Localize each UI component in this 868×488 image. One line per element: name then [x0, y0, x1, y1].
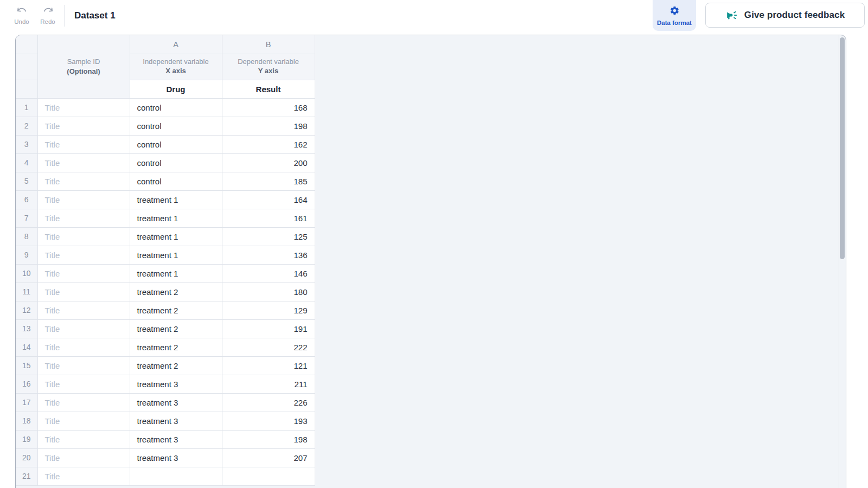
sample-id-cell[interactable]: Title — [37, 448, 130, 467]
drug-cell[interactable]: treatment 2 — [130, 338, 222, 356]
result-cell[interactable]: 193 — [222, 412, 315, 430]
result-cell[interactable]: 180 — [222, 282, 315, 301]
table-row: 10Titletreatment 1146 — [16, 264, 315, 282]
drug-cell[interactable]: treatment 3 — [130, 430, 222, 448]
sample-id-cell[interactable]: Title — [37, 246, 130, 264]
row-number[interactable]: 13 — [16, 319, 37, 338]
drug-cell[interactable]: treatment 1 — [130, 264, 222, 282]
sample-id-cell[interactable]: Title — [37, 209, 130, 227]
result-cell[interactable]: 191 — [222, 319, 315, 338]
sample-id-cell[interactable]: Title — [37, 430, 130, 448]
result-cell[interactable]: 198 — [222, 117, 315, 135]
sample-id-cell[interactable]: Title — [37, 264, 130, 282]
row-number[interactable]: 17 — [16, 393, 37, 412]
result-cell[interactable]: 125 — [222, 227, 315, 246]
undo-button[interactable]: Undo — [11, 4, 33, 29]
result-cell[interactable]: 226 — [222, 393, 315, 412]
row-number[interactable]: 9 — [16, 246, 37, 264]
sample-id-cell[interactable]: Title — [37, 135, 130, 153]
drug-cell[interactable]: treatment 1 — [130, 246, 222, 264]
row-number[interactable]: 21 — [16, 467, 37, 485]
row-number[interactable]: 19 — [16, 430, 37, 448]
drug-cell[interactable]: control — [130, 98, 222, 117]
sample-id-cell[interactable]: Title — [37, 190, 130, 209]
drug-cell[interactable]: treatment 3 — [130, 393, 222, 412]
sample-id-cell[interactable]: Title — [37, 412, 130, 430]
result-cell[interactable]: 161 — [222, 209, 315, 227]
scrollbar-thumb[interactable] — [840, 37, 845, 259]
drug-cell[interactable]: treatment 2 — [130, 356, 222, 375]
sample-id-cell[interactable]: Title — [37, 375, 130, 393]
result-cell[interactable]: 222 — [222, 338, 315, 356]
row-number[interactable]: 10 — [16, 264, 37, 282]
sample-id-cell[interactable]: Title — [37, 467, 130, 485]
column-header-b[interactable]: B — [222, 35, 315, 54]
result-cell[interactable] — [222, 467, 315, 485]
sample-id-cell[interactable]: Title — [37, 282, 130, 301]
row-number[interactable]: 14 — [16, 338, 37, 356]
row-number[interactable]: 12 — [16, 301, 37, 319]
drug-cell[interactable]: treatment 1 — [130, 209, 222, 227]
drug-cell[interactable]: treatment 1 — [130, 227, 222, 246]
sample-id-cell[interactable]: Title — [37, 227, 130, 246]
row-number[interactable]: 3 — [16, 135, 37, 153]
result-cell[interactable]: 136 — [222, 246, 315, 264]
row-number[interactable]: 15 — [16, 356, 37, 375]
drug-cell[interactable]: control — [130, 135, 222, 153]
column-header-a[interactable]: A — [130, 35, 222, 54]
drug-cell[interactable]: treatment 3 — [130, 448, 222, 467]
result-cell[interactable]: 121 — [222, 356, 315, 375]
drug-cell[interactable]: treatment 2 — [130, 319, 222, 338]
sample-id-cell[interactable]: Title — [37, 98, 130, 117]
row-number[interactable]: 11 — [16, 282, 37, 301]
sample-id-cell[interactable]: Title — [37, 356, 130, 375]
sample-id-cell[interactable]: Title — [37, 301, 130, 319]
drug-cell[interactable]: treatment 2 — [130, 282, 222, 301]
row-number[interactable]: 8 — [16, 227, 37, 246]
row-number[interactable]: 16 — [16, 375, 37, 393]
table-row: 12Titletreatment 2129 — [16, 301, 315, 319]
result-cell[interactable]: 164 — [222, 190, 315, 209]
sample-id-cell[interactable]: Title — [37, 393, 130, 412]
result-cell[interactable]: 207 — [222, 448, 315, 467]
drug-cell[interactable]: treatment 3 — [130, 412, 222, 430]
row-number[interactable]: 1 — [16, 98, 37, 117]
result-cell[interactable]: 129 — [222, 301, 315, 319]
row-number[interactable]: 5 — [16, 172, 37, 190]
drug-cell[interactable]: control — [130, 117, 222, 135]
vertical-scrollbar[interactable] — [839, 35, 846, 488]
y-variable-name-cell[interactable]: Result — [222, 80, 315, 98]
page-title: Dataset 1 — [74, 0, 116, 33]
drug-cell[interactable]: treatment 3 — [130, 375, 222, 393]
drug-cell[interactable] — [130, 467, 222, 485]
table-row: 19Titletreatment 3198 — [16, 430, 315, 448]
redo-button[interactable]: Redo — [37, 4, 59, 29]
row-number[interactable]: 2 — [16, 117, 37, 135]
data-format-button[interactable]: Data format — [653, 0, 696, 31]
result-cell[interactable]: 146 — [222, 264, 315, 282]
x-variable-name-cell[interactable]: Drug — [130, 80, 222, 98]
result-cell[interactable]: 162 — [222, 135, 315, 153]
result-cell[interactable]: 198 — [222, 430, 315, 448]
sample-id-cell[interactable]: Title — [37, 319, 130, 338]
drug-cell[interactable]: control — [130, 172, 222, 190]
result-cell[interactable]: 200 — [222, 153, 315, 172]
row-number[interactable]: 18 — [16, 412, 37, 430]
row-number[interactable]: 6 — [16, 190, 37, 209]
result-cell[interactable]: 168 — [222, 98, 315, 117]
independent-variable-label: Independent variable — [130, 57, 222, 67]
sample-id-cell[interactable]: Title — [37, 117, 130, 135]
result-cell[interactable]: 185 — [222, 172, 315, 190]
row-number[interactable]: 7 — [16, 209, 37, 227]
result-cell[interactable]: 211 — [222, 375, 315, 393]
sample-id-cell[interactable]: Title — [37, 172, 130, 190]
sample-id-cell[interactable]: Title — [37, 153, 130, 172]
row-number[interactable]: 20 — [16, 448, 37, 467]
row-number[interactable]: 4 — [16, 153, 37, 172]
dependent-variable-label: Dependent variable — [222, 57, 315, 67]
drug-cell[interactable]: treatment 2 — [130, 301, 222, 319]
sample-id-cell[interactable]: Title — [37, 338, 130, 356]
drug-cell[interactable]: control — [130, 153, 222, 172]
give-feedback-button[interactable]: Give product feedback — [705, 3, 865, 28]
drug-cell[interactable]: treatment 1 — [130, 190, 222, 209]
